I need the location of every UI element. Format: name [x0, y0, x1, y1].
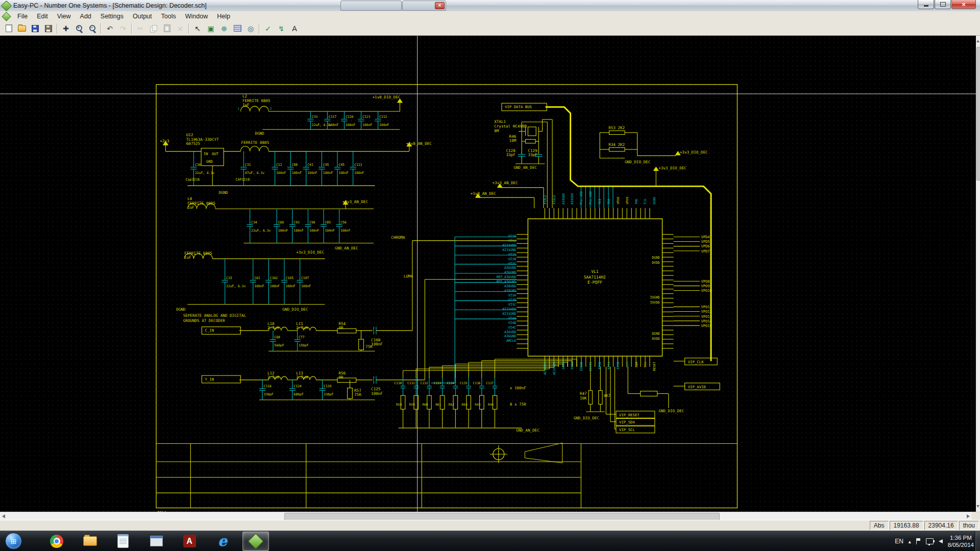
status-bar: Abs 19163.88 23904.16 thou: [0, 520, 980, 531]
maximize-button[interactable]: [935, 0, 951, 9]
svg-text:C95: C95: [323, 163, 329, 166]
taskbar-application-button[interactable]: [143, 532, 169, 551]
menu-edit-item[interactable]: Edit: [32, 12, 53, 21]
menu-help-item[interactable]: Help: [212, 12, 235, 21]
svg-text:C45: C45: [338, 163, 345, 166]
svg-text:C139: C139: [324, 384, 331, 388]
menu-window-item[interactable]: Window: [181, 12, 212, 21]
save-as-button[interactable]: [42, 22, 55, 35]
svg-text:C120: C120: [346, 115, 353, 118]
svg-text:22uF, 6.3v: 22uF, 6.3v: [226, 284, 246, 288]
open-button[interactable]: [15, 22, 29, 35]
save-button[interactable]: [29, 22, 42, 35]
svg-text:LUMA: LUMA: [404, 274, 413, 279]
undo-button[interactable]: ↶: [103, 22, 116, 35]
cut-button[interactable]: ✂: [134, 22, 147, 35]
delete-button[interactable]: ×: [174, 22, 187, 35]
svg-text:AI6VDD: AI6VDD: [504, 266, 516, 269]
svg-text:+3v3_DIO_DEC: +3v3_DIO_DEC: [658, 166, 687, 170]
view-fit-button[interactable]: ◎: [244, 22, 257, 35]
taskbar-adobe-reader-button[interactable]: A: [176, 532, 203, 551]
svg-text:100nF: 100nF: [323, 171, 333, 174]
language-indicator[interactable]: EN: [895, 538, 903, 545]
menu-view-item[interactable]: View: [53, 12, 76, 21]
window-controls: ×: [917, 0, 976, 9]
svg-text:AI6VDD: AI6VDD: [504, 330, 516, 334]
svg-text:GND_AN_DEC: GND_AN_DEC: [516, 428, 540, 433]
clock[interactable]: 1:36 PM 8/05/2014: [948, 534, 974, 548]
horizontal-scrollbar[interactable]: [0, 512, 980, 520]
schematic-drawing[interactable]: C3322uF, 6.3vC117100nFC120100nFC123100nF…: [0, 36, 976, 512]
taskbar-notepad-button[interactable]: [110, 532, 136, 551]
svg-text:C136: C136: [473, 381, 481, 385]
menu-file-item[interactable]: File: [13, 12, 32, 21]
taskbar-explorer-button[interactable]: [77, 532, 103, 551]
svg-text:100nF: 100nF: [371, 342, 383, 346]
svg-text:AI33VDD: AI33VDD: [552, 362, 556, 375]
design-check-button[interactable]: ✓: [261, 22, 275, 35]
menu-add-item[interactable]: Add: [76, 12, 96, 21]
svg-text:+3v3_AN_DEC: +3v3_AN_DEC: [493, 181, 518, 185]
scroll-up-button[interactable]: [976, 37, 979, 42]
close-button[interactable]: ×: [951, 0, 976, 9]
scroll-down-button[interactable]: [976, 505, 979, 511]
svg-text:100nF: 100nF: [276, 171, 286, 174]
svg-text:VI2B: VI2B: [508, 257, 516, 261]
taskbar-chrome-button[interactable]: [43, 532, 70, 551]
action-center-icon[interactable]: [916, 538, 921, 544]
horizontal-scroll-thumb[interactable]: [284, 513, 720, 520]
taskbar-easy-pc-button[interactable]: [242, 532, 269, 551]
svg-text:+3v3_DIO_DEC: +3v3_DIO_DEC: [680, 150, 708, 155]
grid-button[interactable]: [231, 22, 244, 35]
svg-text:DVDD: DVDD: [652, 261, 659, 264]
add-text-button[interactable]: A: [288, 22, 301, 35]
background-window[interactable]: ×: [402, 1, 446, 11]
menu-output-item[interactable]: Output: [128, 12, 157, 21]
svg-text:VPO9: VPO9: [701, 284, 709, 288]
svg-text:100nF: 100nF: [362, 123, 372, 127]
svg-text:XTALO: XTALO: [552, 195, 556, 205]
menu-tools-item[interactable]: Tools: [157, 12, 181, 21]
minimize-button[interactable]: [918, 0, 934, 9]
pan-button[interactable]: ✚: [59, 22, 72, 35]
svg-text:C137: C137: [486, 381, 494, 385]
close-icon[interactable]: ×: [435, 2, 445, 9]
new-button[interactable]: [2, 22, 15, 35]
svg-text:C112: C112: [379, 115, 387, 118]
document-icon: [2, 12, 11, 21]
svg-text:330pF: 330pF: [324, 392, 333, 396]
show-hidden-icons-button[interactable]: ▴: [909, 539, 911, 544]
scroll-left-button[interactable]: [2, 514, 5, 518]
scrollbar-corner: [972, 512, 980, 520]
svg-text:C130: C130: [394, 381, 402, 385]
taskbar-buttons: Ae: [43, 532, 269, 551]
svg-text:IOGND: IOGND: [650, 295, 659, 299]
volume-icon[interactable]: [939, 539, 943, 543]
select-button[interactable]: ↖: [191, 22, 204, 35]
svg-text:C61: C61: [254, 276, 260, 280]
scroll-right-button[interactable]: [967, 514, 970, 518]
schematic-canvas[interactable]: C3322uF, 6.3vC117100nFC120100nFC123100nF…: [0, 36, 976, 512]
zoom-in-button[interactable]: +: [72, 22, 86, 35]
auto-route-button[interactable]: ↯: [275, 22, 288, 35]
start-button[interactable]: ⊞: [5, 533, 22, 549]
svg-text:1uF: 1uF: [184, 255, 191, 260]
title-bar[interactable]: Easy-PC - Number One Systems - [Schemati…: [0, 0, 980, 12]
taskbar-internet-explorer-button[interactable]: e: [209, 532, 236, 551]
redo-button[interactable]: ↷: [116, 22, 130, 35]
paste-button[interactable]: [160, 22, 174, 35]
svg-text:VI1B: VI1B: [508, 234, 516, 238]
menu-settings-item[interactable]: Settings: [96, 12, 128, 21]
copy-button[interactable]: [147, 22, 160, 35]
background-window[interactable]: [340, 1, 402, 11]
vertical-scroll-thumb[interactable]: [976, 47, 980, 181]
network-icon[interactable]: [926, 538, 934, 544]
svg-text:DGND: DGND: [652, 197, 656, 205]
show-desktop-button[interactable]: [975, 531, 980, 551]
svg-text:VPO12: VPO12: [701, 309, 712, 314]
zoom-out-button[interactable]: −: [86, 22, 99, 35]
svg-text:E-PQFP: E-PQFP: [587, 280, 602, 285]
vertical-scrollbar[interactable]: [976, 36, 980, 512]
add-junction-button[interactable]: ⊕: [217, 22, 231, 35]
add-component-button[interactable]: ▣: [204, 22, 217, 35]
